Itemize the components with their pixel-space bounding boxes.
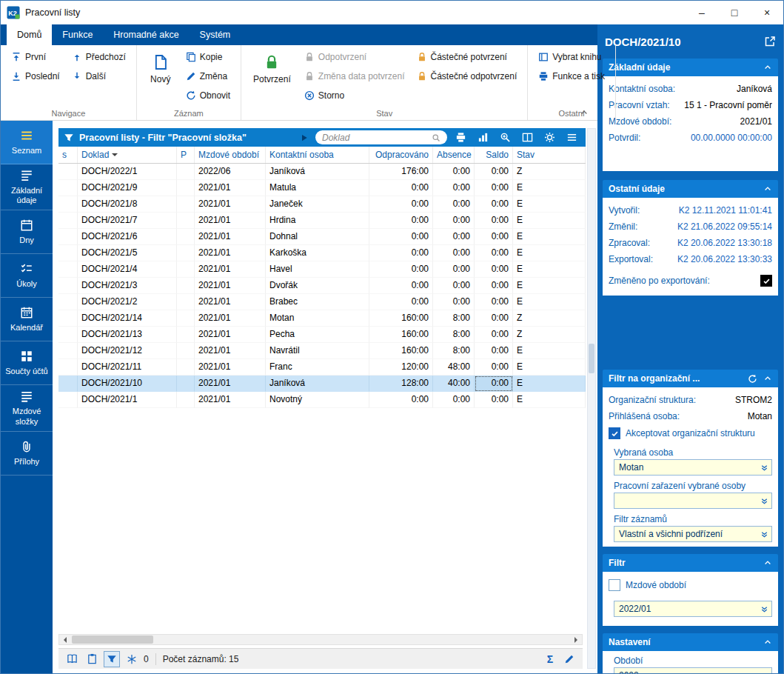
cell-absence[interactable]: 0:00 [433, 213, 475, 229]
column-header-mzdove-obdobi[interactable]: Mzdové období [195, 147, 266, 163]
cell-osoba[interactable]: Franc [266, 359, 369, 376]
cell-absence[interactable]: 0:00 [433, 229, 475, 245]
chart-icon[interactable] [475, 130, 492, 145]
search-input[interactable] [322, 133, 429, 143]
refresh-button[interactable]: Obnovit [181, 87, 235, 104]
scroll-right-arrow[interactable] [571, 635, 582, 644]
cell-absence[interactable]: 0:00 [433, 392, 475, 408]
popout-icon[interactable] [764, 36, 776, 47]
scroll-thumb[interactable] [72, 635, 153, 644]
obdobi-dropdown[interactable]: 2022 [614, 667, 772, 673]
cell-stav[interactable]: E [513, 343, 586, 359]
table-row[interactable]: DOCH/2021/22021/01Brabec0:000:000:00E [58, 294, 586, 310]
cell-obdobi[interactable]: 2021/01 [195, 359, 266, 376]
table-row[interactable]: DOCH/2022/12022/06Janíková176:000:000:00… [58, 164, 586, 180]
new-button[interactable]: Nový [143, 48, 178, 84]
column-header-doklad[interactable]: Doklad [78, 147, 177, 163]
tab-funkce[interactable]: Funkce [52, 24, 103, 45]
cell-doklad[interactable]: DOCH/2021/7 [78, 213, 177, 229]
cell-osoba[interactable]: Novotný [266, 392, 369, 408]
chevron-up-icon[interactable] [763, 184, 772, 193]
cell-obdobi[interactable]: 2021/01 [195, 294, 266, 310]
sidebar-item-6[interactable]: Mzdové složky [1, 385, 53, 431]
cell-odpracovano[interactable]: 128:00 [369, 376, 433, 392]
last-button[interactable]: Poslední [7, 67, 64, 85]
minimize-button[interactable]: – [686, 1, 718, 24]
cell-doklad[interactable]: DOCH/2021/3 [78, 278, 177, 294]
cell-obdobi[interactable]: 2021/01 [195, 327, 266, 343]
cell-odpracovano[interactable]: 176:00 [369, 164, 433, 180]
cell-saldo[interactable]: 0:00 [475, 164, 513, 180]
cell-doklad[interactable]: DOCH/2021/1 [78, 392, 177, 408]
column-header-s[interactable]: s [58, 147, 78, 163]
cell-osoba[interactable]: Matula [266, 180, 369, 196]
cell-empty[interactable] [58, 278, 78, 294]
chevron-up-icon[interactable] [763, 558, 772, 567]
cell-odpracovano[interactable]: 0:00 [369, 294, 433, 310]
maximize-button[interactable]: □ [718, 1, 751, 24]
tab-system[interactable]: Systém [190, 24, 241, 45]
cell-odpracovano[interactable]: 0:00 [369, 180, 433, 196]
vertical-scrollbar[interactable] [587, 128, 596, 669]
cell-odpracovano[interactable]: 120:00 [369, 359, 433, 376]
cell-empty[interactable] [58, 294, 78, 310]
partial-unconfirm-button[interactable]: Částečné odpotvrzení [412, 67, 522, 85]
confirm-button[interactable]: Potvrzení [247, 48, 297, 84]
tab-hromadne-akce[interactable]: Hromadné akce [103, 24, 189, 45]
cell-saldo[interactable]: 0:00 [475, 310, 513, 327]
cell-stav[interactable]: E [513, 294, 586, 310]
column-header-absence[interactable]: Absence [433, 147, 475, 163]
search-box[interactable] [315, 130, 447, 144]
edit-icon[interactable] [561, 651, 577, 667]
cell-doklad[interactable]: DOCH/2021/2 [78, 294, 177, 310]
chevron-up-icon[interactable] [763, 374, 772, 383]
cell-odpracovano[interactable]: 160:00 [369, 327, 433, 343]
cell-odpracovano[interactable]: 160:00 [369, 343, 433, 359]
cell-empty[interactable] [177, 343, 195, 359]
cell-empty[interactable] [58, 196, 78, 213]
columns-icon[interactable] [519, 130, 536, 145]
cell-osoba[interactable]: Janeček [266, 196, 369, 213]
ribbon-collapse-icon[interactable] [580, 108, 589, 117]
sidebar-item-3[interactable]: Úkoly [1, 254, 53, 298]
cell-absence[interactable]: 0:00 [433, 196, 475, 213]
cell-obdobi[interactable]: 2022/06 [195, 164, 266, 180]
dropdown-icon[interactable] [757, 601, 771, 616]
cell-absence[interactable]: 0:00 [433, 164, 475, 180]
cell-empty[interactable] [177, 229, 195, 245]
cell-osoba[interactable]: Havel [266, 261, 369, 278]
vertical-scroll-thumb[interactable] [589, 344, 594, 373]
cell-empty[interactable] [58, 359, 78, 376]
copy-button[interactable]: Kopie [181, 48, 235, 66]
dropdown-icon[interactable] [757, 493, 771, 508]
table-row[interactable]: DOCH/2021/72021/01Hrdina0:000:000:00E [58, 213, 586, 229]
cell-doklad[interactable]: DOCH/2021/13 [78, 327, 177, 343]
section-header-filtr[interactable]: Filtr [603, 554, 778, 572]
cell-doklad[interactable]: DOCH/2021/12 [78, 343, 177, 359]
cell-empty[interactable] [58, 343, 78, 359]
close-button[interactable]: × [751, 1, 783, 24]
cell-saldo[interactable]: 0:00 [475, 392, 513, 408]
table-row[interactable]: DOCH/2021/122021/01Navrátil160:008:000:0… [58, 343, 586, 359]
sidebar-item-4[interactable]: Kalendář [1, 298, 53, 341]
cell-osoba[interactable]: Janíková [266, 164, 369, 180]
cell-obdobi[interactable]: 2021/01 [195, 180, 266, 196]
cell-stav[interactable]: E [513, 213, 586, 229]
cell-odpracovano[interactable]: 160:00 [369, 310, 433, 327]
cell-odpracovano[interactable]: 0:00 [369, 245, 433, 261]
cell-absence[interactable]: 8:00 [433, 327, 475, 343]
cell-absence[interactable]: 8:00 [433, 310, 475, 327]
cell-saldo[interactable]: 0:00 [475, 359, 513, 376]
cell-absence[interactable]: 48:00 [433, 359, 475, 376]
sum-icon[interactable]: Σ [542, 651, 558, 667]
section-header-ostatni[interactable]: Ostatní údaje [603, 180, 778, 198]
cell-empty[interactable] [177, 294, 195, 310]
cell-empty[interactable] [58, 229, 78, 245]
sidebar-item-5[interactable]: Součty účtů [1, 341, 53, 385]
first-button[interactable]: První [7, 48, 64, 66]
book-view-icon[interactable] [64, 651, 80, 667]
table-row[interactable]: DOCH/2021/12021/01Novotný0:000:000:00E [58, 392, 586, 408]
cell-empty[interactable] [177, 245, 195, 261]
table-row[interactable]: DOCH/2021/62021/01Dohnal0:000:000:00E [58, 229, 586, 245]
changed-after-export-checkbox[interactable] [760, 275, 772, 287]
